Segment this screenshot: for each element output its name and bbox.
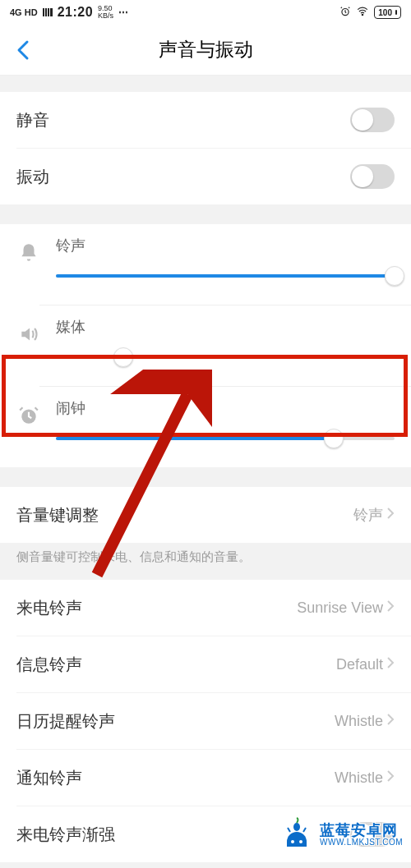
vibrate-label: 振动 bbox=[16, 166, 49, 188]
bell-icon bbox=[16, 241, 41, 265]
page-title: 声音与振动 bbox=[159, 37, 253, 62]
chevron-right-icon bbox=[386, 713, 395, 730]
status-time: 21:20 bbox=[58, 5, 93, 20]
volume-alarm: 闹钟 bbox=[0, 387, 411, 467]
status-bar: 4G HD 21:20 9.50 KB/s ⋯ 100 bbox=[0, 0, 411, 25]
volume-key-label: 音量键调整 bbox=[16, 504, 99, 526]
volume-ringtone: 铃声 bbox=[0, 224, 411, 305]
speaker-icon bbox=[16, 322, 41, 347]
volume-key-description: 侧音量键可控制来电、信息和通知的音量。 bbox=[0, 543, 411, 580]
row-incoming-ringtone[interactable]: 来电铃声 Sunrise View bbox=[0, 580, 411, 636]
chevron-right-icon bbox=[386, 656, 395, 673]
svg-point-1 bbox=[363, 14, 363, 15]
battery-indicator: 100 bbox=[374, 6, 401, 19]
svg-point-5 bbox=[291, 840, 294, 843]
chevron-right-icon bbox=[386, 599, 395, 617]
row-calendar-ringtone[interactable]: 日历提醒铃声 Whistle bbox=[0, 693, 411, 749]
signal-bars-icon bbox=[43, 8, 53, 16]
volume-alarm-slider[interactable] bbox=[56, 428, 395, 449]
section-volume-key: 音量键调整 铃声 bbox=[0, 487, 411, 543]
row-message-ringtone[interactable]: 信息铃声 Default bbox=[0, 636, 411, 692]
row-volume-key[interactable]: 音量键调整 铃声 bbox=[0, 487, 411, 543]
network-type: 4G HD bbox=[10, 7, 38, 17]
section-toggles: 静音 振动 bbox=[0, 92, 411, 204]
watermark-text-en: WWW.LMKJST.COM bbox=[320, 838, 403, 847]
volume-media: 媒体 bbox=[0, 305, 411, 386]
status-left: 4G HD 21:20 9.50 KB/s ⋯ bbox=[10, 5, 129, 20]
section-volumes: 铃声 媒体 bbox=[0, 224, 411, 467]
volume-ringtone-slider[interactable] bbox=[56, 265, 395, 287]
row-vibrate[interactable]: 振动 bbox=[0, 149, 411, 204]
watermark: 蓝莓安卓网 WWW.LMKJST.COM bbox=[279, 817, 403, 853]
watermark-text-cn: 蓝莓安卓网 bbox=[320, 823, 403, 838]
alarm-icon bbox=[339, 6, 351, 20]
back-button[interactable] bbox=[10, 37, 36, 63]
wifi-icon bbox=[356, 6, 369, 20]
row-notify-ringtone[interactable]: 通知铃声 Whistle bbox=[0, 750, 411, 806]
volume-key-value: 铃声 bbox=[353, 505, 395, 525]
row-mute[interactable]: 静音 bbox=[0, 92, 411, 148]
page-header: 声音与振动 bbox=[0, 25, 411, 76]
chevron-right-icon bbox=[386, 507, 395, 524]
volume-ringtone-label: 铃声 bbox=[56, 236, 395, 255]
watermark-logo-icon bbox=[279, 817, 315, 853]
svg-point-7 bbox=[293, 823, 300, 831]
svg-point-6 bbox=[299, 840, 302, 843]
vibrate-toggle[interactable] bbox=[350, 164, 395, 189]
status-right: 100 bbox=[339, 6, 401, 20]
more-icon: ⋯ bbox=[118, 7, 129, 18]
mute-toggle[interactable] bbox=[350, 108, 395, 132]
volume-media-label: 媒体 bbox=[56, 317, 395, 337]
volume-media-slider[interactable] bbox=[56, 347, 395, 368]
volume-alarm-label: 闹钟 bbox=[56, 398, 395, 418]
chevron-right-icon bbox=[386, 769, 395, 787]
mute-label: 静音 bbox=[16, 109, 49, 131]
clock-icon bbox=[16, 403, 41, 428]
status-speed: 9.50 KB/s bbox=[98, 5, 113, 20]
